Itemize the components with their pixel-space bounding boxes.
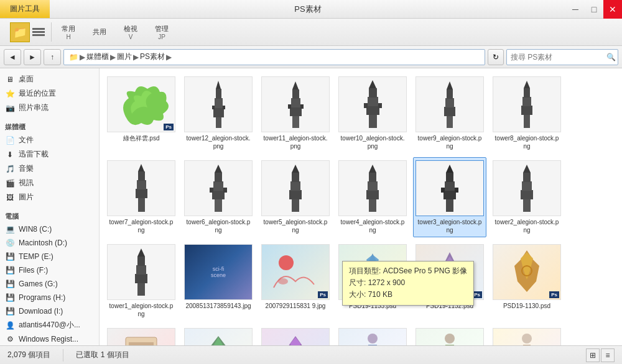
svg-point-80	[522, 334, 532, 344]
svg-rect-74	[129, 342, 154, 345]
thumb-label: tower4_alegion-stock.png	[339, 218, 406, 234]
sidebar-item-drive-f[interactable]: 💾 Files (F:)	[0, 263, 99, 277]
svg-point-71	[278, 278, 288, 284]
close-button[interactable]: ✕	[603, 0, 622, 19]
maximize-button[interactable]: □	[585, 0, 603, 19]
thumb-item-tower11[interactable]: tower11_alegion-stock.png	[259, 73, 332, 153]
thumb-item-tower9[interactable]: tower9_alegion-stock.png	[413, 73, 486, 153]
thumb-preview	[261, 160, 330, 216]
thumb-item-tower1[interactable]: tower1_alegion-stock.png	[104, 241, 178, 321]
svg-rect-23	[445, 98, 454, 107]
sidebar-item-desktop[interactable]: 🖥 桌面	[0, 72, 99, 86]
sidebar-item-drive-h[interactable]: 💾 Programs (H:)	[0, 291, 99, 304]
refresh-button[interactable]: ↻	[488, 49, 504, 65]
video-icon: 🎬	[5, 178, 15, 188]
thumb-preview: Ps	[338, 328, 407, 345]
svg-marker-52	[369, 165, 376, 173]
thumb-item-tower2[interactable]: tower2_alegion-stock.png	[490, 157, 564, 237]
thumb-label: tower11_alegion-stock.png	[262, 134, 329, 150]
back-button[interactable]: ◄	[4, 49, 21, 65]
sidebar-item-drive-d[interactable]: 💿 Macintosh (D:)	[0, 236, 99, 250]
content-area: Ps 綠色祥雲.psd tower12_alegion-stock.png	[100, 68, 622, 345]
thumb-item-psd-1131[interactable]: Ps PSD19-1131.psd	[182, 325, 255, 345]
svg-rect-17	[369, 88, 377, 98]
thumb-item-tower7[interactable]: tower7_alegion-stock.png	[104, 157, 178, 237]
sidebar-item-drive-e[interactable]: 💾 TEMP (E:)	[0, 250, 99, 263]
forward-button[interactable]: ►	[24, 49, 41, 65]
thumb-item-figure3[interactable]: Ps figure3.psd	[490, 325, 564, 345]
thumb-item-jpg-2007[interactable]: Ps 2007929115831 9.jpg	[259, 241, 332, 321]
status-divider	[63, 349, 63, 362]
search-icon: 🔍	[606, 53, 616, 61]
sidebar-item-drive-g[interactable]: 💾 Games (G:)	[0, 277, 99, 291]
thumb-item-jpg-2008[interactable]: sci-fiscene 2008513173859143.jpg	[182, 241, 255, 321]
sidebar-item-photos[interactable]: 📷 照片串流	[0, 101, 99, 115]
sidebar-item-downloads[interactable]: ⬇ 迅雷下載	[0, 147, 99, 162]
svg-marker-4	[216, 81, 221, 89]
minimize-button[interactable]: ─	[566, 0, 585, 19]
svg-rect-14	[369, 114, 377, 128]
svg-rect-15	[366, 106, 379, 115]
svg-rect-49	[366, 190, 379, 199]
thumb-item-psd-1130[interactable]: Ps PSD19-1130.psd	[490, 241, 564, 321]
sidebar-item-video[interactable]: 🎬 視訊	[0, 176, 99, 190]
sidebar-item-recent[interactable]: ⭐ 最近的位置	[0, 86, 99, 101]
sidebar-item-pictures[interactable]: 🖼 圖片	[0, 190, 99, 204]
sidebar-item-drive-i[interactable]: 💾 Download (I:)	[0, 304, 99, 318]
thumb-item-tower10[interactable]: tower10_alegion-stock.png	[336, 73, 409, 153]
tooltip-type: 項目類型: ACDSee Pro 5 PNG 影像	[349, 265, 467, 277]
view-list[interactable]: ≡	[601, 348, 615, 362]
svg-rect-12	[288, 104, 291, 109]
menu-share[interactable]: 共用	[84, 19, 115, 45]
thumb-item-tower3[interactable]: tower3_alegion-stock.png	[413, 157, 486, 237]
thumb-item-tower5[interactable]: tower5_alegion-stock.png	[259, 157, 332, 237]
sidebar-item-registry[interactable]: ⚙ Windows Regist...	[0, 332, 99, 345]
svg-marker-57	[446, 165, 453, 173]
menu-view[interactable]: 檢視 V	[115, 19, 146, 45]
tooltip-filesize: 大小: 710 KB	[349, 289, 467, 301]
thumb-label: tower7_alegion-stock.png	[108, 218, 175, 234]
thumb-item-psd-1129[interactable]: Ps PSD19-1129.psd	[259, 325, 332, 345]
thumb-label: PSD19-1130.psd	[503, 302, 550, 310]
address-path[interactable]: 📁 ▶ 媒體櫃 ▶ 圖片 ▶ PS素材 ▶	[63, 49, 485, 65]
thumb-item-tower6[interactable]: tower6_alegion-stock.png	[182, 157, 255, 237]
sidebar-item-drive-c[interactable]: 💻 WIN8 (C:)	[0, 222, 99, 236]
svg-rect-51	[369, 173, 376, 182]
svg-rect-48	[369, 199, 376, 212]
thumb-preview: Ps	[107, 328, 175, 345]
svg-rect-50	[368, 181, 378, 191]
view-large-icon[interactable]: ⊞	[586, 348, 600, 362]
sidebar-item-music[interactable]: 🎵 音樂	[0, 162, 99, 176]
svg-marker-30	[524, 81, 530, 88]
menu-manage[interactable]: 管理 JP	[146, 19, 177, 45]
thumb-preview	[184, 160, 253, 216]
search-input[interactable]	[511, 53, 604, 61]
sidebar-item-user[interactable]: 👤 atlantis4470@小...	[0, 318, 99, 332]
drive-e-icon: 💾	[5, 252, 15, 262]
sidebar-item-documents[interactable]: 📄 文件	[0, 133, 99, 147]
up-button[interactable]: ↑	[44, 49, 61, 65]
thumb-preview: Ps	[261, 328, 330, 345]
menu-common[interactable]: 常用 H	[53, 19, 84, 45]
svg-rect-20	[378, 103, 382, 108]
downloads-icon: ⬇	[5, 150, 15, 160]
thumb-item-figure2[interactable]: Ps figure2.psd	[413, 325, 486, 345]
thumb-item-psd-green[interactable]: Ps 綠色祥雲.psd	[104, 73, 178, 153]
documents-icon: 📄	[5, 135, 15, 145]
thumb-item-figure1[interactable]: Ps figure1.psd	[336, 325, 409, 345]
window-controls: ─ □ ✕	[566, 0, 622, 18]
thumb-item-tower12[interactable]: tower12_alegion-stock.png	[182, 73, 255, 153]
thumb-item-tower8[interactable]: tower8_alegion-stock.png	[490, 73, 564, 153]
svg-rect-39	[215, 173, 222, 182]
thumb-label: 綠色祥雲.psd	[123, 134, 160, 142]
svg-rect-21	[447, 116, 453, 128]
svg-rect-41	[210, 188, 213, 193]
thumb-item-tower4[interactable]: tower4_alegion-stock.png	[336, 157, 409, 237]
svg-rect-7	[292, 116, 299, 128]
svg-marker-47	[292, 165, 299, 173]
svg-rect-58	[441, 188, 445, 193]
ps-badge: Ps	[318, 291, 328, 298]
thumb-item-psd-1128[interactable]: Ps PSD19-1128.psd	[104, 325, 178, 345]
photos-icon: 📷	[5, 103, 15, 113]
svg-rect-29	[524, 88, 530, 98]
